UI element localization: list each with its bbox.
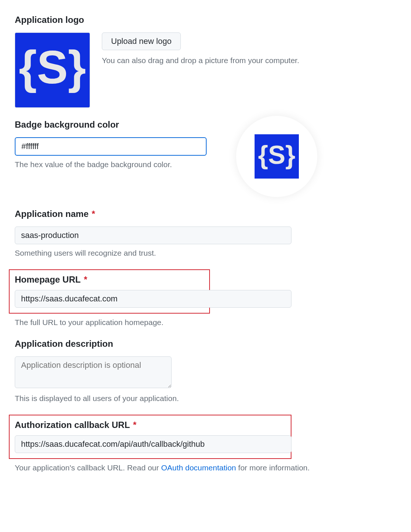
app-name-label: Application name — [15, 209, 89, 219]
homepage-label: Homepage URL — [15, 274, 81, 285]
badge-preview-logo: {S} — [255, 134, 299, 179]
svg-text:{S}: {S} — [258, 141, 295, 169]
badge-help-text: The hex value of the badge background co… — [15, 160, 221, 169]
upload-logo-button[interactable]: Upload new logo — [102, 32, 181, 50]
logo-row: {S} Upload new logo You can also drag an… — [15, 32, 396, 108]
app-name-help: Something users will recognize and trust… — [15, 249, 396, 258]
badge-label: Badge background color — [15, 120, 119, 130]
callback-help: Your application's callback URL. Read ou… — [15, 463, 396, 472]
callback-help-prefix: Your application's callback URL. Read ou… — [15, 463, 161, 472]
callback-help-suffix: for more information. — [236, 463, 310, 472]
app-name-section: Application name * Something users will … — [15, 209, 396, 258]
badge-logo-icon: {S} — [258, 138, 295, 175]
callback-input[interactable] — [15, 435, 291, 453]
logo-icon: {S} — [19, 37, 86, 103]
homepage-help: The full URL to your application homepag… — [15, 318, 396, 327]
description-help: This is displayed to all users of your a… — [15, 394, 396, 403]
application-logo-label: Application logo — [15, 15, 84, 25]
callback-highlight: Authorization callback URL * — [9, 415, 291, 459]
required-asterisk: * — [91, 209, 95, 219]
upload-hint-text: You can also drag and drop a picture fro… — [102, 56, 299, 65]
badge-preview-circle: {S} — [236, 116, 317, 197]
description-section: Application description This is displaye… — [15, 339, 396, 403]
required-asterisk: * — [84, 274, 87, 285]
application-logo-section: Application logo {S} Upload new logo You… — [15, 15, 396, 108]
badge-color-input[interactable] — [15, 137, 207, 156]
homepage-input[interactable] — [15, 290, 291, 308]
description-label: Application description — [15, 339, 113, 349]
homepage-section: Homepage URL * The full URL to your appl… — [15, 269, 396, 327]
oauth-documentation-link[interactable]: OAuth documentation — [161, 463, 236, 472]
callback-label: Authorization callback URL — [15, 420, 130, 430]
description-textarea[interactable] — [15, 356, 172, 388]
logo-preview[interactable]: {S} — [15, 32, 90, 108]
required-asterisk: * — [133, 420, 137, 430]
svg-text:{S}: {S} — [19, 41, 86, 93]
logo-actions: Upload new logo You can also drag and dr… — [102, 32, 299, 65]
app-name-input[interactable] — [15, 227, 291, 244]
callback-section: Authorization callback URL * Your applic… — [15, 415, 396, 472]
badge-section: Badge background color The hex value of … — [15, 120, 396, 197]
homepage-highlight: Homepage URL * — [9, 269, 210, 314]
